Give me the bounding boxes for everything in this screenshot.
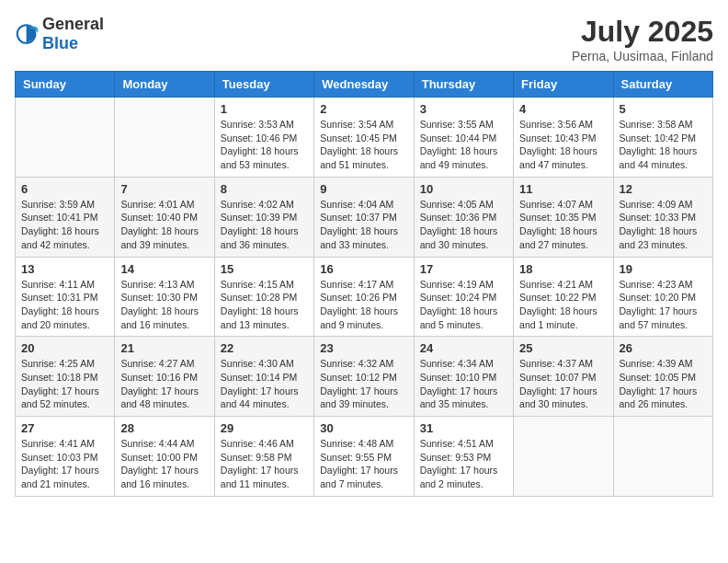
calendar-cell: 28Sunrise: 4:44 AM Sunset: 10:00 PM Dayl… [115,417,214,497]
day-number: 18 [519,262,607,276]
header-monday: Monday [115,72,214,98]
day-number: 12 [620,182,707,196]
logo-blue: Blue [42,34,78,52]
header-tuesday: Tuesday [214,72,313,98]
day-number: 8 [221,182,308,196]
day-number: 21 [120,341,208,355]
calendar-cell: 20Sunrise: 4:25 AM Sunset: 10:18 PM Dayl… [16,337,115,417]
day-info: Sunrise: 4:34 AM Sunset: 10:10 PM Daylig… [420,357,507,411]
day-info: Sunrise: 4:51 AM Sunset: 9:53 PM Dayligh… [420,437,507,491]
day-info: Sunrise: 4:02 AM Sunset: 10:39 PM Daylig… [221,198,308,252]
day-info: Sunrise: 4:15 AM Sunset: 10:28 PM Daylig… [221,278,308,332]
day-info: Sunrise: 4:21 AM Sunset: 10:22 PM Daylig… [519,278,607,332]
day-info: Sunrise: 4:46 AM Sunset: 9:58 PM Dayligh… [221,437,308,491]
day-info: Sunrise: 3:55 AM Sunset: 10:44 PM Daylig… [420,118,507,172]
day-info: Sunrise: 4:39 AM Sunset: 10:05 PM Daylig… [620,357,707,411]
logo-general: General [42,15,104,33]
day-info: Sunrise: 4:30 AM Sunset: 10:14 PM Daylig… [221,357,308,411]
week-row-4: 20Sunrise: 4:25 AM Sunset: 10:18 PM Dayl… [16,337,713,417]
day-info: Sunrise: 4:05 AM Sunset: 10:36 PM Daylig… [420,198,507,252]
day-number: 6 [21,182,108,196]
day-info: Sunrise: 3:56 AM Sunset: 10:43 PM Daylig… [519,118,607,172]
header-wednesday: Wednesday [314,72,414,98]
calendar-cell: 21Sunrise: 4:27 AM Sunset: 10:16 PM Dayl… [115,337,214,417]
header-saturday: Saturday [613,72,712,98]
day-number: 9 [320,182,407,196]
calendar-cell: 14Sunrise: 4:13 AM Sunset: 10:30 PM Dayl… [115,257,214,337]
day-number: 13 [21,262,108,276]
header-sunday: Sunday [16,72,115,98]
day-number: 16 [320,262,407,276]
day-info: Sunrise: 4:01 AM Sunset: 10:40 PM Daylig… [120,198,208,252]
calendar-cell: 6Sunrise: 3:59 AM Sunset: 10:41 PM Dayli… [16,177,115,257]
day-number: 27 [21,421,108,435]
day-number: 31 [420,421,507,435]
calendar-cell [16,98,115,178]
weekday-header-row: Sunday Monday Tuesday Wednesday Thursday… [16,72,713,98]
calendar-cell: 11Sunrise: 4:07 AM Sunset: 10:35 PM Dayl… [514,177,613,257]
logo: General Blue [15,15,104,53]
calendar-cell: 8Sunrise: 4:02 AM Sunset: 10:39 PM Dayli… [214,177,313,257]
calendar-cell: 13Sunrise: 4:11 AM Sunset: 10:31 PM Dayl… [16,257,115,337]
calendar-cell: 27Sunrise: 4:41 AM Sunset: 10:03 PM Dayl… [16,417,115,497]
calendar-cell: 4Sunrise: 3:56 AM Sunset: 10:43 PM Dayli… [514,98,613,178]
calendar-cell: 18Sunrise: 4:21 AM Sunset: 10:22 PM Dayl… [514,257,613,337]
week-row-1: 1Sunrise: 3:53 AM Sunset: 10:46 PM Dayli… [16,98,713,178]
calendar-cell: 17Sunrise: 4:19 AM Sunset: 10:24 PM Dayl… [414,257,513,337]
day-number: 24 [420,341,507,355]
calendar-cell: 26Sunrise: 4:39 AM Sunset: 10:05 PM Dayl… [613,337,712,417]
header-thursday: Thursday [414,72,513,98]
calendar-cell: 19Sunrise: 4:23 AM Sunset: 10:20 PM Dayl… [613,257,712,337]
day-info: Sunrise: 3:58 AM Sunset: 10:42 PM Daylig… [620,118,707,172]
day-info: Sunrise: 3:59 AM Sunset: 10:41 PM Daylig… [21,198,108,252]
day-number: 26 [620,341,707,355]
page-header: General Blue July 2025 Perna, Uusimaa, F… [15,15,713,63]
day-number: 1 [221,102,308,116]
calendar-cell: 5Sunrise: 3:58 AM Sunset: 10:42 PM Dayli… [613,98,712,178]
calendar-cell: 15Sunrise: 4:15 AM Sunset: 10:28 PM Dayl… [214,257,313,337]
calendar-cell: 16Sunrise: 4:17 AM Sunset: 10:26 PM Dayl… [314,257,414,337]
header-friday: Friday [514,72,613,98]
day-number: 22 [221,341,308,355]
day-info: Sunrise: 4:11 AM Sunset: 10:31 PM Daylig… [21,278,108,332]
day-info: Sunrise: 4:23 AM Sunset: 10:20 PM Daylig… [620,278,707,332]
day-number: 20 [21,341,108,355]
day-number: 2 [320,102,407,116]
day-info: Sunrise: 4:25 AM Sunset: 10:18 PM Daylig… [21,357,108,411]
calendar-cell: 9Sunrise: 4:04 AM Sunset: 10:37 PM Dayli… [314,177,414,257]
calendar-cell: 30Sunrise: 4:48 AM Sunset: 9:55 PM Dayli… [314,417,414,497]
day-number: 17 [420,262,507,276]
day-info: Sunrise: 4:32 AM Sunset: 10:12 PM Daylig… [320,357,407,411]
day-info: Sunrise: 4:41 AM Sunset: 10:03 PM Daylig… [21,437,108,491]
day-info: Sunrise: 4:19 AM Sunset: 10:24 PM Daylig… [420,278,507,332]
day-number: 7 [120,182,208,196]
logo-text: General Blue [42,15,104,53]
day-number: 10 [420,182,507,196]
day-info: Sunrise: 4:48 AM Sunset: 9:55 PM Dayligh… [320,437,407,491]
calendar-table: Sunday Monday Tuesday Wednesday Thursday… [15,71,713,497]
day-info: Sunrise: 4:09 AM Sunset: 10:33 PM Daylig… [620,198,707,252]
location-title: Perna, Uusimaa, Finland [572,49,713,63]
title-section: July 2025 Perna, Uusimaa, Finland [572,15,713,63]
calendar-cell [514,417,613,497]
calendar-cell: 25Sunrise: 4:37 AM Sunset: 10:07 PM Dayl… [514,337,613,417]
calendar-cell: 3Sunrise: 3:55 AM Sunset: 10:44 PM Dayli… [414,98,513,178]
day-info: Sunrise: 4:27 AM Sunset: 10:16 PM Daylig… [120,357,208,411]
day-info: Sunrise: 4:17 AM Sunset: 10:26 PM Daylig… [320,278,407,332]
day-info: Sunrise: 4:13 AM Sunset: 10:30 PM Daylig… [120,278,208,332]
calendar-cell: 24Sunrise: 4:34 AM Sunset: 10:10 PM Dayl… [414,337,513,417]
calendar-cell: 23Sunrise: 4:32 AM Sunset: 10:12 PM Dayl… [314,337,414,417]
calendar-cell: 31Sunrise: 4:51 AM Sunset: 9:53 PM Dayli… [414,417,513,497]
calendar-cell: 1Sunrise: 3:53 AM Sunset: 10:46 PM Dayli… [214,98,313,178]
logo-icon [15,21,40,47]
week-row-5: 27Sunrise: 4:41 AM Sunset: 10:03 PM Dayl… [16,417,713,497]
month-title: July 2025 [572,15,713,49]
day-number: 29 [221,421,308,435]
day-info: Sunrise: 3:53 AM Sunset: 10:46 PM Daylig… [221,118,308,172]
calendar-cell: 10Sunrise: 4:05 AM Sunset: 10:36 PM Dayl… [414,177,513,257]
day-number: 3 [420,102,507,116]
calendar-cell: 12Sunrise: 4:09 AM Sunset: 10:33 PM Dayl… [613,177,712,257]
day-number: 5 [620,102,707,116]
week-row-3: 13Sunrise: 4:11 AM Sunset: 10:31 PM Dayl… [16,257,713,337]
day-info: Sunrise: 4:37 AM Sunset: 10:07 PM Daylig… [519,357,607,411]
